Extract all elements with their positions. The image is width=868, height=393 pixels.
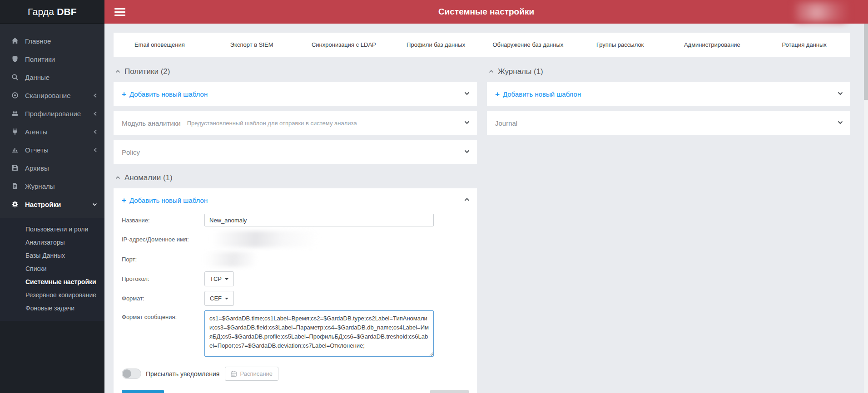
top-header: Системные настройки	[104, 0, 868, 24]
submenu-item-backup[interactable]: Резервное копирование	[0, 288, 104, 301]
scrollbar-track[interactable]	[864, 24, 868, 393]
sidebar-item-settings[interactable]: Настройки	[0, 195, 104, 213]
tab-email-notifications[interactable]: Email оповещения	[114, 33, 206, 57]
app-logo[interactable]: Гарда DBF	[0, 0, 104, 24]
name-input[interactable]	[204, 214, 434, 226]
apply-button[interactable]: Применить	[122, 390, 164, 393]
brand-name: Гарда	[28, 6, 54, 17]
submenu-item-lists[interactable]: Списки	[0, 262, 104, 275]
calendar-icon	[231, 371, 237, 377]
sidebar-item-label: Политики	[25, 55, 55, 63]
chevron-down-icon[interactable]	[838, 92, 843, 95]
sidebar-menu: Главное Политики Данные Сканирование Про…	[0, 24, 104, 218]
submenu-item-system-settings[interactable]: Системные настройки	[0, 275, 104, 288]
add-anomaly-template-link[interactable]: + Добавить новый шаблон	[114, 188, 477, 212]
submenu-item-users-roles[interactable]: Пользователи и роли	[0, 222, 104, 236]
template-description: Предустановленный шаблон для отправки в …	[187, 120, 357, 127]
protocol-select[interactable]: TCP	[204, 271, 234, 286]
tab-mailing-groups[interactable]: Группы рассылок	[574, 33, 666, 57]
sidebar-item-reports[interactable]: Отчеты	[0, 141, 104, 159]
submenu-item-background-tasks[interactable]: Фоновые задачи	[0, 301, 104, 314]
scrollbar-thumb[interactable]	[864, 24, 868, 100]
brand-name-bold: DBF	[57, 6, 77, 17]
format-select[interactable]: CEF	[204, 291, 234, 306]
chevron-left-icon	[93, 111, 97, 116]
add-journal-template-link[interactable]: + Добавить новый шаблон	[487, 82, 850, 106]
submenu-item-analyzers[interactable]: Анализаторы	[0, 236, 104, 249]
chevron-down-icon[interactable]	[838, 121, 843, 124]
sidebar-item-label: Настройки	[25, 201, 61, 208]
journals-section-title: Журналы (1)	[498, 67, 543, 76]
sidebar-item-label: Журналы	[25, 182, 55, 190]
cancel-button[interactable]: Отменить	[430, 390, 469, 393]
tab-db-profiles[interactable]: Профили баз данных	[390, 33, 482, 57]
template-name: Journal	[495, 119, 517, 127]
users-icon	[11, 110, 19, 117]
port-input-redacted[interactable]	[204, 252, 257, 267]
shield-icon	[11, 55, 19, 63]
scan-target-icon	[11, 92, 19, 99]
plug-icon	[11, 128, 19, 135]
sidebar-item-scanning[interactable]: Сканирование	[0, 86, 104, 104]
chevron-down-icon[interactable]	[464, 92, 470, 95]
sidebar-item-profiling[interactable]: Профилирование	[0, 104, 104, 123]
add-policy-template-link[interactable]: + Добавить новый шаблон	[114, 82, 477, 106]
toggle-knob	[123, 369, 131, 378]
document-icon	[11, 182, 19, 190]
anomalies-section-header[interactable]: Аномалии (1)	[115, 173, 477, 182]
chevron-left-icon	[93, 93, 97, 98]
journals-section-header[interactable]: Журналы (1)	[489, 67, 850, 76]
sidebar-item-agents[interactable]: Агенты	[0, 123, 104, 141]
plus-icon: +	[495, 90, 500, 98]
sidebar-item-policies[interactable]: Политики	[0, 50, 104, 68]
port-label: Порт:	[122, 256, 204, 263]
analytics-module-header[interactable]: Модуль аналитики Предустановленный шабло…	[114, 111, 477, 135]
gear-icon	[11, 201, 19, 208]
chevron-left-icon	[93, 129, 97, 134]
tab-siem-export[interactable]: Экспорт в SIEM	[206, 33, 298, 57]
message-format-textarea[interactable]: cs1=$GardaDB.time;cs1Label=Время;cs2=$Ga…	[204, 310, 434, 357]
sidebar-item-label: Данные	[25, 74, 50, 81]
message-format-label: Формат сообщения:	[122, 314, 204, 320]
tab-ldap-sync[interactable]: Синхронизация с LDAP	[298, 33, 390, 57]
analytics-module-panel: Модуль аналитики Предустановленный шабло…	[114, 111, 477, 135]
submenu-item-databases[interactable]: Базы Данных	[0, 249, 104, 262]
ip-input-redacted[interactable]	[204, 231, 318, 247]
tab-data-rotation[interactable]: Ротация данных	[758, 33, 850, 57]
anomalies-section-title: Аномалии (1)	[124, 173, 173, 182]
search-icon	[11, 74, 19, 81]
chevron-down-icon[interactable]	[464, 121, 470, 124]
bar-chart-icon	[11, 146, 19, 153]
chevron-down-icon[interactable]	[464, 150, 470, 153]
main-content: Email оповещения Экспорт в SIEM Синхрони…	[104, 24, 868, 393]
home-icon	[11, 37, 19, 44]
notifications-toggle[interactable]	[122, 368, 141, 379]
journals-column: Журналы (1) + Добавить новый шаблон Jour…	[487, 58, 850, 393]
user-profile-blurred[interactable]	[795, 2, 846, 22]
journal-header[interactable]: Journal	[487, 111, 850, 135]
add-policy-template-panel: + Добавить новый шаблон	[114, 82, 477, 106]
sidebar-item-data[interactable]: Данные	[0, 68, 104, 86]
settings-tabbar: Email оповещения Экспорт в SIEM Синхрони…	[114, 33, 850, 57]
chevron-up-icon[interactable]	[464, 198, 470, 201]
sidebar-item-archives[interactable]: Архивы	[0, 159, 104, 177]
protocol-label: Протокол:	[122, 275, 204, 282]
journal-panel: Journal	[487, 111, 850, 135]
tab-administration[interactable]: Администрирование	[666, 33, 759, 57]
sidebar-item-label: Профилирование	[25, 110, 81, 118]
caret-down-icon	[225, 298, 228, 300]
sidebar-item-journals[interactable]: Журналы	[0, 177, 104, 195]
sidebar-item-label: Отчеты	[25, 146, 49, 154]
policy-header[interactable]: Policy	[114, 140, 477, 164]
settings-submenu: Пользователи и роли Анализаторы Базы Дан…	[0, 218, 104, 321]
policies-section-header[interactable]: Политики (2)	[115, 67, 477, 76]
caret-down-icon	[225, 278, 228, 280]
archive-disk-icon	[11, 164, 19, 172]
sidebar-item-home[interactable]: Главное	[0, 32, 104, 50]
sidebar-item-label: Архивы	[25, 164, 49, 172]
schedule-button[interactable]: Расписание	[225, 367, 278, 381]
tab-db-discovery[interactable]: Обнаружение баз данных	[482, 33, 574, 57]
notifications-toggle-label: Присылать уведомления	[146, 370, 219, 378]
sidebar-item-label: Сканирование	[25, 92, 71, 99]
chevron-left-icon	[93, 147, 97, 152]
